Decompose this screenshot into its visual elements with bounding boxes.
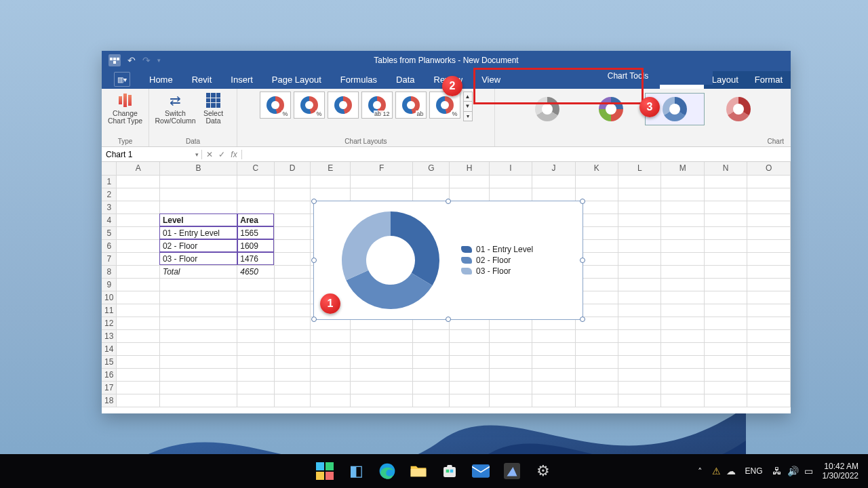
row-header-16[interactable]: 16 (102, 368, 117, 381)
cell-L4[interactable] (618, 214, 661, 226)
clock[interactable]: 10:42 AM 1/30/2022 (823, 462, 859, 481)
cell-H14[interactable] (450, 342, 490, 355)
cell-C8[interactable]: 4650 (237, 265, 274, 278)
cell-M18[interactable] (661, 394, 705, 407)
cell-B15[interactable] (159, 355, 237, 368)
cell-I18[interactable] (489, 394, 532, 407)
cell-L11[interactable] (618, 304, 661, 317)
formula-input[interactable] (246, 149, 787, 159)
col-header-J[interactable]: J (532, 162, 575, 175)
chart-layout-1[interactable]: % (260, 92, 291, 119)
cell-C14[interactable] (237, 342, 274, 355)
col-header-G[interactable]: G (413, 162, 450, 175)
cell-N6[interactable] (704, 239, 747, 252)
cell-J1[interactable] (532, 175, 575, 188)
legend-item-1[interactable]: 02 - Floor (461, 256, 577, 265)
network-icon[interactable]: 🖧 (772, 466, 782, 476)
donut-slice-2[interactable] (342, 211, 391, 281)
cell-I1[interactable] (489, 175, 532, 188)
col-header-F[interactable]: F (351, 162, 413, 175)
layout-gallery-spinner[interactable]: ▲▼▾ (463, 92, 473, 121)
tab-home[interactable]: Home (141, 71, 181, 89)
cell-A12[interactable] (117, 317, 159, 329)
cell-A6[interactable] (117, 239, 159, 252)
tab-design[interactable]: Design (660, 71, 703, 89)
legend-item-2[interactable]: 03 - Floor (461, 266, 577, 276)
cell-A1[interactable] (117, 175, 159, 188)
cell-A10[interactable] (117, 291, 159, 304)
chart-layout-4[interactable]: ab 12 (361, 92, 393, 119)
cell-B11[interactable] (159, 304, 237, 317)
cell-C18[interactable] (237, 394, 274, 407)
cell-E14[interactable] (311, 342, 351, 355)
task-view-icon[interactable]: ◧ (346, 461, 366, 481)
cell-D14[interactable] (274, 342, 311, 355)
cell-M15[interactable] (661, 355, 705, 368)
cell-C10[interactable] (237, 291, 274, 304)
cell-M4[interactable] (661, 214, 705, 226)
cell-O2[interactable] (747, 188, 791, 201)
settings-icon[interactable]: ⚙ (533, 461, 553, 481)
cell-D3[interactable] (274, 201, 311, 214)
security-warning-icon[interactable]: ⚠ (712, 466, 721, 476)
cell-L9[interactable] (618, 278, 661, 291)
cell-L6[interactable] (618, 239, 661, 252)
col-header-N[interactable]: N (704, 162, 747, 175)
cell-L10[interactable] (618, 291, 661, 304)
cell-G2[interactable] (413, 188, 450, 201)
col-header-L[interactable]: L (618, 162, 661, 175)
chart-style-4[interactable] (709, 93, 768, 125)
cell-D17[interactable] (274, 381, 311, 394)
cell-M17[interactable] (661, 381, 705, 394)
cell-C17[interactable] (237, 381, 274, 394)
tab-format[interactable]: Format (747, 71, 791, 89)
cell-K13[interactable] (575, 329, 618, 342)
cell-L13[interactable] (618, 329, 661, 342)
chart-layout-5[interactable]: ab (395, 92, 427, 119)
cell-H17[interactable] (450, 381, 490, 394)
cell-K18[interactable] (575, 394, 618, 407)
cell-N17[interactable] (704, 381, 747, 394)
cell-I16[interactable] (489, 368, 532, 381)
edge-icon[interactable] (377, 461, 397, 481)
undo-icon[interactable]: ↶ (127, 55, 136, 66)
cell-A5[interactable] (117, 226, 159, 239)
cell-G18[interactable] (413, 394, 450, 407)
cell-D15[interactable] (274, 355, 311, 368)
cell-O13[interactable] (747, 329, 791, 342)
cell-A3[interactable] (117, 201, 159, 214)
cell-D9[interactable] (274, 278, 311, 291)
cell-K1[interactable] (575, 175, 618, 188)
qat-more-icon[interactable]: ▾ (157, 57, 161, 64)
cell-E1[interactable] (311, 175, 351, 188)
row-header-8[interactable]: 8 (102, 265, 117, 278)
cell-F17[interactable] (351, 381, 413, 394)
cell-C16[interactable] (237, 368, 274, 381)
cell-B10[interactable] (159, 291, 237, 304)
col-header-A[interactable]: A (117, 162, 159, 175)
tab-layout[interactable]: Layout (704, 71, 747, 89)
cell-M11[interactable] (661, 304, 705, 317)
cell-L1[interactable] (618, 175, 661, 188)
col-header-H[interactable]: H (450, 162, 490, 175)
cell-O1[interactable] (747, 175, 791, 188)
cell-D18[interactable] (274, 394, 311, 407)
cell-F14[interactable] (351, 342, 413, 355)
file-tab[interactable]: ▥▾ (114, 72, 130, 87)
row-header-17[interactable]: 17 (102, 381, 117, 394)
donut-slice-0[interactable] (391, 211, 439, 285)
cell-M14[interactable] (661, 342, 705, 355)
cell-B18[interactable] (159, 394, 237, 407)
cell-O10[interactable] (747, 291, 791, 304)
cell-B6[interactable]: 02 - Floor (159, 239, 237, 252)
cell-J16[interactable] (532, 368, 575, 381)
tray-chevron-icon[interactable]: ˄ (698, 466, 703, 476)
row-header-2[interactable]: 2 (102, 188, 117, 201)
cell-A4[interactable] (117, 214, 159, 226)
mail-icon[interactable] (471, 461, 491, 481)
cell-B8[interactable]: Total (159, 265, 237, 278)
cell-K15[interactable] (575, 355, 618, 368)
cell-F15[interactable] (351, 355, 413, 368)
cell-A13[interactable] (117, 329, 159, 342)
cell-D11[interactable] (274, 304, 311, 317)
